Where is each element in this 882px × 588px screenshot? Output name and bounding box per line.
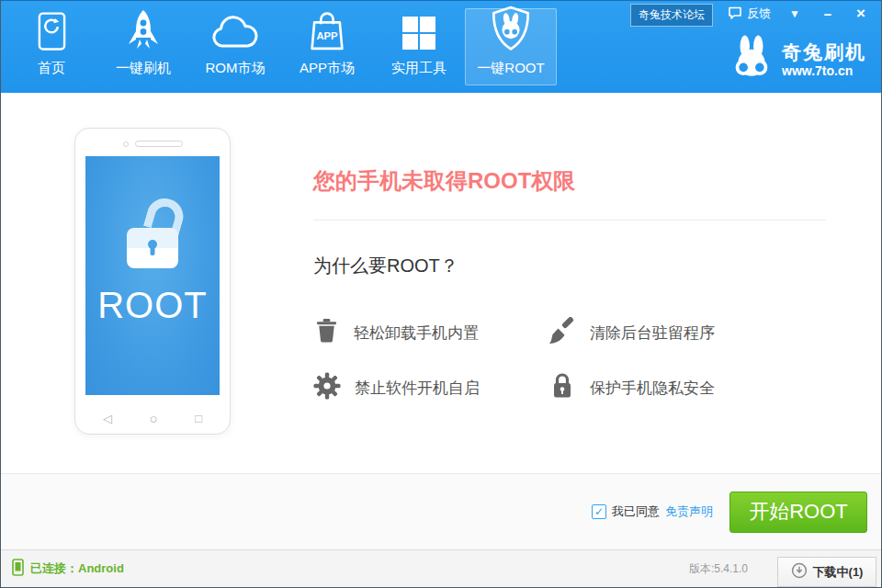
tab-one-key-root[interactable]: 一键ROOT xyxy=(465,8,557,85)
agree-checkbox[interactable]: ✓ xyxy=(592,504,606,519)
app-bag-icon: APP xyxy=(307,9,347,51)
tab-home[interactable]: 首页 xyxy=(6,8,97,85)
download-label: 下载中(1) xyxy=(813,564,864,581)
feature-label: 轻松卸载手机内置 xyxy=(354,322,479,344)
page-title: 您的手机未取得ROOT权限 xyxy=(313,166,826,196)
cloud-icon xyxy=(210,9,260,51)
tab-label: 首页 xyxy=(38,60,65,77)
uninstall-icon xyxy=(313,317,340,348)
feature-item: 保护手机隐私安全 xyxy=(548,372,826,403)
why-root-heading: 为什么要ROOT？ xyxy=(313,254,826,278)
feedback-button[interactable]: 反馈 xyxy=(728,6,771,23)
download-icon xyxy=(791,562,808,582)
svg-text:APP: APP xyxy=(316,30,338,41)
dropdown-arrow-icon[interactable]: ▼ xyxy=(786,7,804,20)
rabbit-logo-icon xyxy=(729,34,774,85)
connection-status: 已连接：Android xyxy=(12,559,124,579)
root-shield-icon xyxy=(490,7,532,51)
agree-label: 我已同意 xyxy=(612,503,660,520)
unlock-icon xyxy=(127,228,178,268)
header: 首页 一键刷机 xyxy=(1,1,881,93)
recent-icon: □ xyxy=(195,413,202,424)
tab-label: APP市场 xyxy=(300,60,355,77)
tab-rom-market[interactable]: ROM市场 xyxy=(189,8,281,85)
brand-name: 奇兔刷机 xyxy=(782,41,866,63)
phone-illustration: ROOT ◁ ○ □ xyxy=(74,128,231,435)
main-content: ROOT ◁ ○ □ 您的手机未取得ROOT权限 为什么要ROOT？ xyxy=(1,93,881,473)
lock-icon xyxy=(548,372,576,403)
tab-flash[interactable]: 一键刷机 xyxy=(97,8,189,85)
connection-label: 已连接：Android xyxy=(30,560,124,577)
connected-phone-icon xyxy=(12,559,24,579)
status-bar: 已连接：Android 版本:5.4.1.0 下载中(1) xyxy=(1,549,881,587)
window-controls: 奇兔技术论坛 反馈 ▼ − × xyxy=(630,1,881,27)
feature-label: 禁止软件开机自启 xyxy=(355,378,480,399)
nav-tabs: 首页 一键刷机 xyxy=(6,1,557,93)
feature-item: 轻松卸载手机内置 xyxy=(313,317,548,348)
divider xyxy=(313,220,826,220)
tab-tools[interactable]: 实用工具 xyxy=(373,8,465,85)
feature-item: 清除后台驻留程序 xyxy=(548,317,826,348)
brand-logo: 奇兔刷机 www.7to.cn xyxy=(729,34,866,85)
chat-bubble-icon xyxy=(728,6,742,23)
gear-icon xyxy=(313,372,341,403)
download-button[interactable]: 下载中(1) xyxy=(777,557,876,587)
agree-row: ✓ 我已同意免责声明 xyxy=(592,503,713,520)
home-icon: ○ xyxy=(150,412,158,425)
phone-nav-buttons: ◁ ○ □ xyxy=(75,412,230,425)
feature-label: 清除后台驻留程序 xyxy=(590,322,715,344)
forum-badge[interactable]: 奇兔技术论坛 xyxy=(630,4,713,27)
brand-url: www.7to.cn xyxy=(782,63,866,78)
feedback-label: 反馈 xyxy=(747,6,771,22)
tab-label: 一键刷机 xyxy=(116,60,171,77)
start-root-button[interactable]: 开始ROOT xyxy=(729,492,867,533)
phone-screen: ROOT xyxy=(85,156,220,395)
disclaimer-link[interactable]: 免责声明 xyxy=(665,503,713,520)
action-bar: ✓ 我已同意免责声明 开始ROOT xyxy=(1,473,881,549)
version-label: 版本:5.4.1.0 xyxy=(689,561,748,577)
rocket-icon xyxy=(127,9,160,51)
home-refresh-icon xyxy=(37,9,67,51)
tab-label: 实用工具 xyxy=(391,60,447,77)
checkbox-check-icon: ✓ xyxy=(594,506,604,517)
phone-speaker xyxy=(75,141,230,147)
tab-label: 一键ROOT xyxy=(477,60,544,77)
feature-item: 禁止软件开机自启 xyxy=(313,372,548,403)
phone-screen-label: ROOT xyxy=(85,285,220,326)
tab-app-market[interactable]: APP APP市场 xyxy=(281,8,373,85)
root-info-panel: 您的手机未取得ROOT权限 为什么要ROOT？ 轻松卸载手机内置 xyxy=(313,93,826,403)
app-window: 首页 一键刷机 xyxy=(0,0,882,588)
tools-grid-icon xyxy=(401,9,437,51)
back-icon: ◁ xyxy=(103,413,112,424)
minimize-button[interactable]: − xyxy=(819,6,837,22)
close-button[interactable]: × xyxy=(852,5,870,23)
tab-label: ROM市场 xyxy=(206,60,266,77)
feature-label: 保护手机隐私安全 xyxy=(590,378,715,399)
clean-brush-icon xyxy=(548,317,576,348)
feature-list: 轻松卸载手机内置 清除后台驻留程序 xyxy=(313,317,826,403)
